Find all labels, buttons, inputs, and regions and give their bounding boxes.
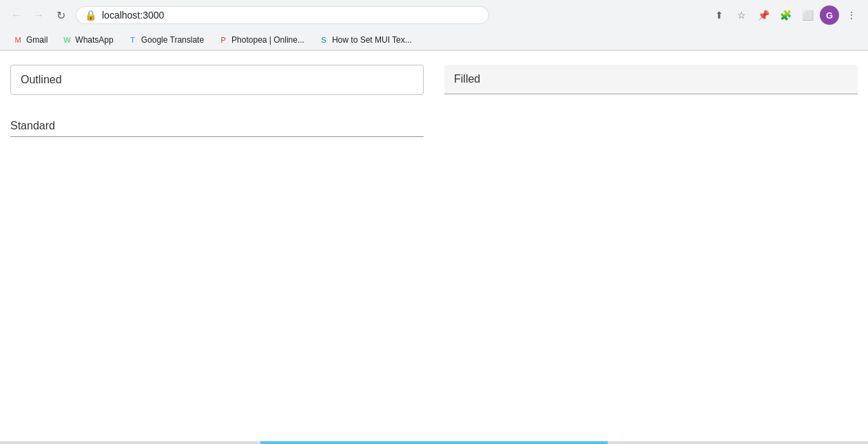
menu-button[interactable]: ⋮ [842,6,861,25]
standard-input[interactable] [10,116,424,137]
bookmark-mui[interactable]: S How to Set MUI Tex... [313,32,417,47]
outlined-input[interactable] [10,65,424,95]
bookmarks-bar: M Gmail W WhatsApp T Google Translate P … [0,30,868,50]
browser-toolbar: ← → ↻ 🔒 ⬆ ☆ 📌 🧩 ⬜ G ⋮ [0,0,868,30]
bottom-tab-right [608,441,868,444]
right-section [434,58,868,443]
bookmark-button[interactable]: ☆ [732,6,751,25]
photopea-favicon: P [218,34,229,45]
translate-favicon: T [127,34,138,45]
nav-buttons: ← → ↻ [7,6,70,25]
back-button[interactable]: ← [7,6,26,25]
gmail-label: Gmail [26,35,48,45]
extensions-button[interactable]: 🧩 [776,6,795,25]
whatsapp-favicon: W [61,34,72,45]
bottom-tab-center [260,441,608,444]
address-bar-container[interactable]: 🔒 [76,6,489,24]
forward-button[interactable]: → [29,6,48,25]
mui-label: How to Set MUI Tex... [332,35,412,45]
outlined-input-wrapper [10,65,424,95]
browser-chrome: ← → ↻ 🔒 ⬆ ☆ 📌 🧩 ⬜ G ⋮ M Gmail W WhatsApp [0,0,868,51]
standard-input-wrapper [10,116,424,137]
bookmark-gmail[interactable]: M Gmail [7,32,53,47]
bookmark-translate[interactable]: T Google Translate [122,32,209,47]
share-button[interactable]: ⬆ [710,6,729,25]
whatsapp-label: WhatsApp [75,35,113,45]
bookmark-photopea[interactable]: P Photopea | Online... [212,32,310,47]
filled-input[interactable] [444,65,858,94]
address-input[interactable] [102,10,480,21]
gmail-favicon: M [12,34,23,45]
pin-button[interactable]: 📌 [754,6,773,25]
bookmark-whatsapp[interactable]: W WhatsApp [56,32,118,47]
profile-button[interactable]: G [820,6,839,25]
filled-input-wrapper [444,65,858,94]
bottom-tab-left [0,441,260,444]
left-section [0,58,434,443]
browser-bottom-tabs [0,441,868,444]
lock-icon: 🔒 [85,10,96,21]
split-button[interactable]: ⬜ [798,6,817,25]
page-content [0,51,868,444]
mui-favicon: S [318,34,329,45]
translate-label: Google Translate [141,35,204,45]
reload-button[interactable]: ↻ [51,6,70,25]
photopea-label: Photopea | Online... [231,35,304,45]
toolbar-actions: ⬆ ☆ 📌 🧩 ⬜ G ⋮ [710,6,861,25]
